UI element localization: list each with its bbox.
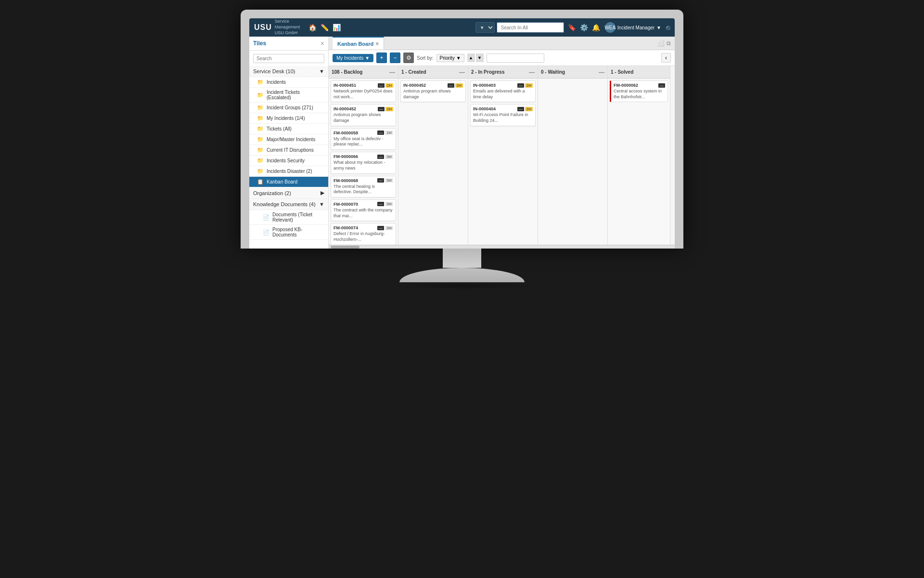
user-info[interactable]: WEA Incident Manager ▼ — [605, 22, 661, 33]
sidebar-close-button[interactable]: × — [321, 39, 324, 47]
card-fm-0000058-time: 1M — [385, 131, 393, 135]
waiting-collapse-button[interactable]: — — [599, 69, 604, 76]
tab-kanban-board[interactable]: Kanban Board × — [333, 37, 384, 50]
priority-dropdown-arrow: ▼ — [456, 55, 461, 61]
card-fm-0000074[interactable]: FM-0000074 — 3M Defect / Error in Augsbu… — [331, 223, 396, 245]
remove-button[interactable]: − — [390, 53, 400, 63]
card-in-0000404[interactable]: IN-0000404 — 2H Wi-Fi Access Point Failu… — [470, 104, 536, 126]
sidebar-item-proposed-kb[interactable]: 📄 Proposed KB-Documents — [249, 225, 328, 240]
sidebar-item-tickets-all[interactable]: 📁 Tickets (All) — [249, 124, 328, 134]
my-incidents-dropdown-button[interactable]: My Incidents ▼ — [333, 54, 373, 62]
sidebar-item-incidents[interactable]: 📁 Incidents — [249, 77, 328, 88]
sidebar-item-incidents-disaster[interactable]: 📁 Incidents Disaster (2) — [249, 166, 328, 177]
global-search-input[interactable] — [497, 22, 564, 33]
sort-up-button[interactable]: ▲ — [467, 53, 475, 62]
card-fm-0000070-time: 3M — [385, 202, 393, 206]
card-fm-0000074-priority: — — [377, 226, 384, 230]
kanban-board: 108 - Backlog — IN-0000451 — 2H — [329, 66, 675, 245]
chart-icon[interactable]: 📊 — [333, 24, 341, 31]
card-fm-0000068[interactable]: FM-0000068 — 3M The central heating is d… — [331, 176, 396, 197]
card-in-0000404-badge: — 2H — [517, 107, 533, 111]
sidebar-item-kanban-board[interactable]: 📋 Kanban Board — [249, 177, 328, 187]
card-in-0000403-time: 2H — [525, 83, 533, 88]
sidebar-item-major-master-label: Major/Master Incidents — [267, 137, 315, 142]
created-collapse-button[interactable]: — — [459, 69, 465, 76]
card-fm-0000068-time: 3M — [385, 178, 393, 183]
horizontal-scrollbar[interactable] — [329, 245, 675, 249]
home-icon[interactable]: 🏠 — [308, 24, 317, 31]
card-fm-0000058-id: FM-0000058 — [334, 131, 358, 135]
knowledge-docs-group-header[interactable]: Knowledge Documents (4) ▼ — [249, 199, 328, 210]
card-fm-0000066-id: FM-0000066 — [334, 154, 358, 159]
sidebar-item-incident-tickets[interactable]: 📁 Incident Tickets (Escalated) — [249, 88, 328, 103]
window-maximize-icon[interactable]: ⧉ — [667, 40, 671, 47]
card-in-0000452-backlog[interactable]: IN-0000452 — 2H Antivirus program shows … — [331, 104, 396, 126]
user-role-text: Incident Manager — [617, 25, 654, 30]
organization-group-header[interactable]: Organization (2) ▶ — [249, 187, 328, 199]
sidebar-item-docs-ticket[interactable]: 📄 Documents (Ticket Relevant) — [249, 210, 328, 225]
monitor-stand-base — [399, 268, 525, 282]
card-in-0000452-backlog-badge: — 2H — [378, 107, 393, 111]
card-in-0000452-created[interactable]: IN-0000452 — 2H Antivirus program shows … — [400, 80, 466, 102]
my-incidents-folder-icon: 📁 — [257, 115, 264, 121]
card-in-0000403[interactable]: IN-0000403 — 2H Emails are delivered wit… — [470, 80, 536, 102]
card-fm-0000074-badge: — 3M — [377, 226, 393, 230]
organization-label: Organization (2) — [253, 190, 291, 196]
scrollbar-thumb[interactable] — [331, 246, 359, 249]
sidebar-item-incidents-security-label: Incidents Security — [267, 158, 305, 163]
priority-sort-dropdown[interactable]: Priority ▼ — [436, 54, 464, 62]
sidebar-item-current-it[interactable]: 📁 Current IT Disruptions — [249, 145, 328, 156]
card-fm-0000068-id: FM-0000068 — [334, 178, 358, 183]
card-in-0000451-id: IN-0000451 — [334, 83, 356, 88]
card-fm-0000068-title: The central heating is defective. Despit… — [334, 184, 393, 195]
sidebar-item-incident-groups[interactable]: 📁 Incident Groups (271) — [249, 103, 328, 113]
sidebar-search-input[interactable] — [253, 54, 324, 63]
card-fm-0000074-time: 3M — [385, 226, 393, 230]
knowledge-docs-chevron: ▼ — [319, 201, 324, 207]
sidebar-item-incidents-security[interactable]: 📁 Incidents Security — [249, 156, 328, 166]
add-button[interactable]: + — [376, 53, 387, 63]
card-fm-0000066-title: What about my relocation - anmy news — [334, 160, 393, 171]
in-progress-column-title: 2 - In Progress — [471, 69, 504, 75]
card-fm-0000074-title: Defect / Error in Augsburg-Hochzollern-.… — [334, 231, 393, 242]
card-fm-0000062-badge: — — [658, 83, 665, 88]
settings-cog-button[interactable]: ⚙ — [403, 53, 414, 63]
card-fm-0000062[interactable]: FM-0000062 — Central access system in th… — [610, 80, 668, 102]
kanban-column-created: 1 - Created — IN-0000452 — 2H — [398, 66, 468, 245]
card-fm-0000062-header: FM-0000062 — — [614, 83, 665, 88]
card-in-0000452-created-title: Antivirus program shows damage — [403, 89, 463, 100]
settings-icon[interactable]: ⚙️ — [580, 24, 588, 31]
sidebar-item-my-incidents[interactable]: 📁 My Incidents (1/4) — [249, 113, 328, 124]
notifications-icon[interactable]: 🔔 — [592, 24, 600, 31]
bookmark-icon[interactable]: 🔖 — [568, 24, 576, 31]
right-panel: Kanban Board × ⬜ ⧉ My Incidents — [329, 37, 675, 249]
board-collapse-button[interactable]: ‹ — [661, 53, 671, 63]
service-desk-group-header[interactable]: Service Desk (10) ▼ — [249, 66, 328, 77]
waiting-cards — [538, 79, 607, 245]
logout-icon[interactable]: ⎋ — [666, 24, 670, 31]
card-in-0000452-created-id: IN-0000452 — [403, 83, 426, 88]
sidebar-item-my-incidents-label: My Incidents (1/4) — [267, 116, 305, 121]
card-fm-0000058[interactable]: FM-0000058 — 1M My office seat is defect… — [331, 128, 396, 150]
incident-tickets-folder-icon: 📁 — [257, 92, 264, 98]
card-in-0000451-priority: — — [378, 83, 385, 88]
sort-down-button[interactable]: ▼ — [476, 53, 484, 62]
kanban-search-input[interactable] — [487, 53, 544, 63]
solved-column-title: 1 - Solved — [611, 69, 633, 75]
card-in-0000452-backlog-priority: — — [378, 107, 385, 111]
in-progress-collapse-button[interactable]: — — [529, 69, 535, 76]
sidebar-item-major-master[interactable]: 📁 Major/Master Incidents — [249, 134, 328, 145]
tab-kanban-close[interactable]: × — [375, 40, 379, 47]
sort-arrows: ▲ ▼ — [467, 53, 484, 62]
card-fm-0000066-badge: — 3M — [377, 155, 393, 159]
search-scope-dropdown[interactable]: ▼ — [475, 22, 495, 33]
sidebar-service-desk-section: Service Desk (10) ▼ 📁 Incidents 📁 Incide… — [249, 66, 328, 187]
window-minimize-icon[interactable]: ⬜ — [657, 40, 665, 47]
card-fm-0000066[interactable]: FM-0000066 — 3M What about my relocation… — [331, 152, 396, 173]
card-fm-0000070[interactable]: FM-0000070 — 3M The contract with the co… — [331, 199, 396, 221]
card-in-0000404-priority: — — [517, 107, 524, 111]
card-in-0000451[interactable]: IN-0000451 — 2H Network printer DyP0254 … — [331, 80, 396, 102]
backlog-collapse-button[interactable]: — — [389, 69, 395, 76]
backlog-column-header: 108 - Backlog — — [329, 66, 398, 79]
edit-icon[interactable]: ✏️ — [321, 24, 329, 31]
